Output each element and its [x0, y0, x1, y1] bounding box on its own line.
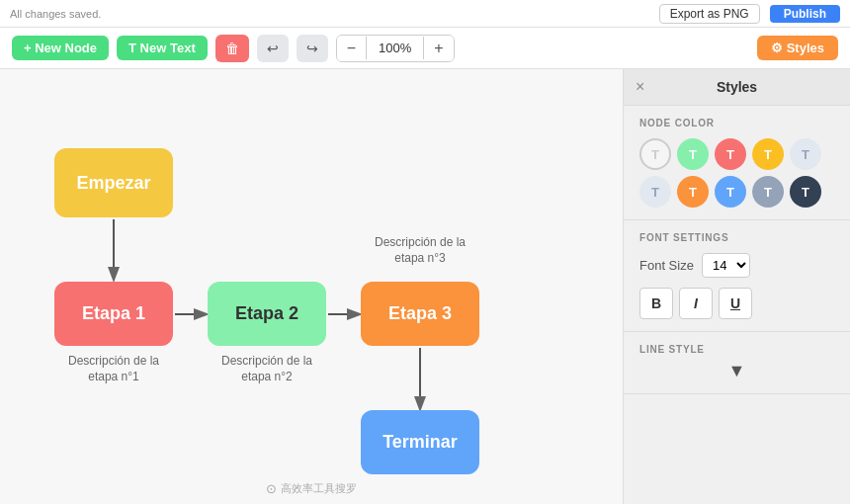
- desc-etapa2-text: Descripción de laetapa n°2: [221, 354, 312, 383]
- node-etapa3[interactable]: Etapa 3: [361, 282, 479, 346]
- watermark: ⊙ 高效率工具搜罗: [266, 481, 357, 496]
- font-size-row: Font Size 14 12 16 18: [639, 253, 834, 278]
- main-area: Empezar Etapa 1 Etapa 2 Etapa 3 Terminar…: [0, 69, 850, 504]
- export-button[interactable]: Export as PNG: [659, 4, 760, 24]
- new-node-button[interactable]: + New Node: [12, 36, 109, 60]
- font-size-label: Font Size: [639, 258, 694, 273]
- desc-etapa3: Descripción de laetapa n°3: [351, 235, 489, 266]
- swatch-7[interactable]: T: [715, 176, 746, 208]
- zoom-value: 100%: [366, 37, 424, 59]
- node-color-section: NODE COLOR T T T T T: [624, 106, 850, 220]
- new-text-button[interactable]: T New Text: [117, 36, 208, 60]
- panel-header: × Styles: [624, 69, 850, 106]
- node-terminar-label: Terminar: [382, 432, 458, 453]
- swatch-6[interactable]: T: [677, 176, 709, 208]
- line-style-title: LINE STYLE: [639, 344, 834, 355]
- line-style-arrow: ▼: [639, 361, 834, 381]
- node-empezar-label: Empezar: [76, 173, 150, 194]
- bold-button[interactable]: B: [639, 288, 673, 319]
- desc-etapa3-text: Descripción de laetapa n°3: [375, 235, 466, 265]
- panel-title: Styles: [717, 79, 757, 95]
- zoom-out-button[interactable]: −: [337, 36, 366, 61]
- canvas[interactable]: Empezar Etapa 1 Etapa 2 Etapa 3 Terminar…: [0, 69, 623, 504]
- swatch-9[interactable]: T: [790, 176, 821, 208]
- undo-button[interactable]: ↩: [257, 35, 289, 62]
- swatch-8[interactable]: T: [752, 176, 784, 208]
- font-settings-section: FONT SETTINGS Font Size 14 12 16 18 B I …: [624, 220, 850, 332]
- autosave-text: All changes saved.: [10, 8, 101, 20]
- italic-button[interactable]: I: [679, 288, 713, 319]
- node-terminar[interactable]: Terminar: [361, 410, 479, 474]
- node-etapa2-label: Etapa 2: [235, 303, 298, 324]
- styles-button[interactable]: ⚙ Styles: [757, 36, 838, 60]
- zoom-in-button[interactable]: +: [424, 36, 453, 61]
- node-etapa1[interactable]: Etapa 1: [54, 282, 173, 346]
- node-empezar[interactable]: Empezar: [54, 148, 173, 217]
- delete-button[interactable]: 🗑: [215, 35, 249, 62]
- styles-panel: × Styles NODE COLOR T T T T: [623, 69, 850, 504]
- toolbar: + New Node T New Text 🗑 ↩ ↪ − 100% + ⚙ S…: [0, 28, 850, 69]
- publish-button[interactable]: Publish: [770, 5, 840, 23]
- color-grid: T T T T T T T: [639, 138, 834, 208]
- font-size-select[interactable]: 14 12 16 18: [702, 253, 750, 278]
- node-color-title: NODE COLOR: [639, 118, 834, 128]
- desc-etapa2: Descripción de laetapa n°2: [208, 354, 326, 384]
- swatch-1[interactable]: T: [677, 138, 709, 170]
- watermark-text: 高效率工具搜罗: [281, 481, 357, 496]
- redo-button[interactable]: ↪: [297, 35, 328, 62]
- swatch-3[interactable]: T: [752, 138, 784, 170]
- node-etapa1-label: Etapa 1: [82, 303, 145, 324]
- zoom-control: − 100% +: [336, 35, 455, 62]
- swatch-2[interactable]: T: [715, 138, 746, 170]
- underline-button[interactable]: U: [719, 288, 752, 319]
- font-settings-title: FONT SETTINGS: [639, 232, 834, 243]
- top-bar: All changes saved. Export as PNG Publish: [0, 0, 850, 28]
- desc-etapa1: Descripción de laetapa n°1: [54, 354, 173, 384]
- swatch-0[interactable]: T: [639, 138, 671, 170]
- desc-etapa1-text: Descripción de laetapa n°1: [68, 354, 159, 383]
- node-etapa2[interactable]: Etapa 2: [208, 282, 326, 346]
- swatch-5[interactable]: T: [639, 176, 671, 208]
- panel-close-button[interactable]: ×: [636, 78, 644, 96]
- line-style-section: LINE STYLE ▼: [624, 332, 850, 394]
- swatch-4[interactable]: T: [790, 138, 821, 170]
- node-etapa3-label: Etapa 3: [388, 303, 452, 324]
- font-format-row: B I U: [639, 288, 834, 319]
